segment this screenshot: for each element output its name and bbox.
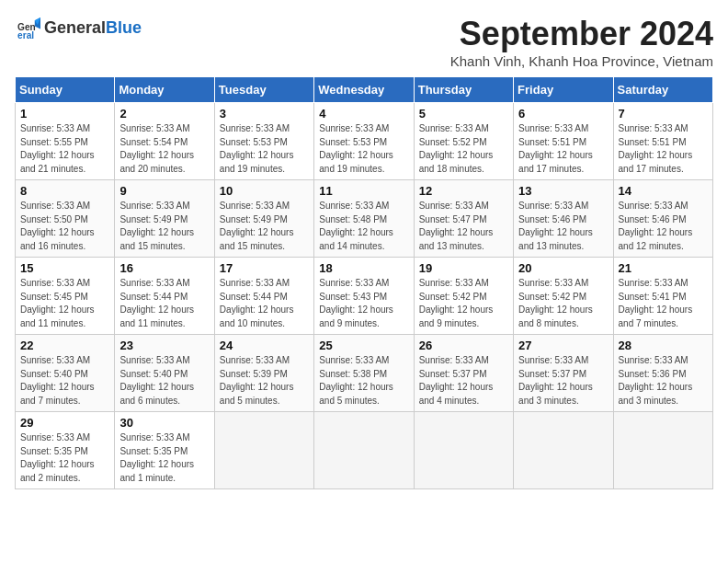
day-info: Sunrise: 5:33 AMSunset: 5:54 PMDaylight:… — [119, 123, 194, 174]
day-info: Sunrise: 5:33 AMSunset: 5:48 PMDaylight:… — [319, 201, 393, 251]
calendar-cell — [314, 412, 414, 489]
day-info: Sunrise: 5:33 AMSunset: 5:47 PMDaylight:… — [419, 201, 494, 251]
calendar-cell: 19 Sunrise: 5:33 AMSunset: 5:42 PMDaylig… — [414, 258, 513, 335]
weekday-header-thursday: Thursday — [414, 77, 513, 103]
day-number: 21 — [619, 261, 708, 275]
weekday-header-wednesday: Wednesday — [314, 77, 414, 103]
day-info: Sunrise: 5:33 AMSunset: 5:38 PMDaylight:… — [319, 355, 393, 406]
day-info: Sunrise: 5:33 AMSunset: 5:40 PMDaylight:… — [119, 355, 194, 406]
logo-blue: Blue — [106, 18, 142, 37]
day-info: Sunrise: 5:33 AMSunset: 5:39 PMDaylight:… — [220, 355, 294, 406]
logo: Gen eral GeneralBlue — [15, 15, 142, 40]
day-number: 26 — [419, 339, 508, 352]
calendar-cell: 4 Sunrise: 5:33 AMSunset: 5:53 PMDayligh… — [314, 103, 414, 180]
calendar-cell: 11 Sunrise: 5:33 AMSunset: 5:48 PMDaylig… — [314, 180, 414, 258]
day-number: 5 — [419, 107, 508, 121]
day-number: 28 — [619, 339, 708, 352]
day-number: 24 — [220, 339, 309, 352]
calendar-cell — [514, 412, 613, 489]
logo-icon: Gen eral — [15, 15, 40, 40]
calendar-cell: 6 Sunrise: 5:33 AMSunset: 5:51 PMDayligh… — [514, 103, 613, 180]
day-info: Sunrise: 5:33 AMSunset: 5:35 PMDaylight:… — [20, 432, 95, 483]
day-number: 4 — [319, 107, 408, 121]
day-number: 23 — [119, 339, 209, 352]
day-number: 18 — [319, 261, 408, 275]
logo-general: General — [44, 18, 106, 37]
day-info: Sunrise: 5:33 AMSunset: 5:45 PMDaylight:… — [20, 278, 95, 328]
day-number: 2 — [119, 107, 209, 121]
calendar-cell: 12 Sunrise: 5:33 AMSunset: 5:47 PMDaylig… — [414, 180, 513, 258]
calendar-cell: 22 Sunrise: 5:33 AMSunset: 5:40 PMDaylig… — [16, 335, 115, 412]
day-number: 17 — [220, 261, 309, 275]
day-info: Sunrise: 5:33 AMSunset: 5:52 PMDaylight:… — [419, 123, 494, 174]
calendar-cell: 5 Sunrise: 5:33 AMSunset: 5:52 PMDayligh… — [414, 103, 513, 180]
calendar-cell: 28 Sunrise: 5:33 AMSunset: 5:36 PMDaylig… — [613, 335, 712, 412]
day-info: Sunrise: 5:33 AMSunset: 5:36 PMDaylight:… — [619, 355, 693, 406]
day-number: 1 — [20, 107, 109, 121]
day-info: Sunrise: 5:33 AMSunset: 5:42 PMDaylight:… — [419, 278, 494, 328]
calendar-cell: 3 Sunrise: 5:33 AMSunset: 5:53 PMDayligh… — [214, 103, 313, 180]
day-number: 19 — [419, 261, 508, 275]
calendar-cell: 14 Sunrise: 5:33 AMSunset: 5:46 PMDaylig… — [613, 180, 712, 258]
calendar-cell: 13 Sunrise: 5:33 AMSunset: 5:46 PMDaylig… — [514, 180, 613, 258]
svg-text:eral: eral — [17, 30, 34, 40]
day-number: 3 — [220, 107, 309, 121]
day-info: Sunrise: 5:33 AMSunset: 5:43 PMDaylight:… — [319, 278, 393, 328]
calendar-cell: 17 Sunrise: 5:33 AMSunset: 5:44 PMDaylig… — [214, 258, 313, 335]
weekday-header-sunday: Sunday — [16, 77, 115, 103]
calendar-cell: 26 Sunrise: 5:33 AMSunset: 5:37 PMDaylig… — [414, 335, 513, 412]
day-info: Sunrise: 5:33 AMSunset: 5:49 PMDaylight:… — [220, 201, 294, 251]
day-number: 13 — [518, 184, 608, 198]
calendar-cell: 29 Sunrise: 5:33 AMSunset: 5:35 PMDaylig… — [16, 412, 115, 489]
day-number: 30 — [119, 416, 209, 430]
calendar-cell — [214, 412, 313, 489]
day-info: Sunrise: 5:33 AMSunset: 5:46 PMDaylight:… — [518, 201, 593, 251]
day-info: Sunrise: 5:33 AMSunset: 5:53 PMDaylight:… — [220, 123, 294, 174]
calendar-cell: 27 Sunrise: 5:33 AMSunset: 5:37 PMDaylig… — [514, 335, 613, 412]
day-info: Sunrise: 5:33 AMSunset: 5:35 PMDaylight:… — [119, 432, 194, 483]
day-number: 27 — [518, 339, 608, 352]
day-number: 16 — [119, 261, 209, 275]
title-block: September 2024 Khanh Vinh, Khanh Hoa Pro… — [450, 15, 713, 69]
weekday-header-saturday: Saturday — [613, 77, 712, 103]
day-info: Sunrise: 5:33 AMSunset: 5:40 PMDaylight:… — [20, 355, 95, 406]
calendar-cell: 23 Sunrise: 5:33 AMSunset: 5:40 PMDaylig… — [115, 335, 214, 412]
calendar-cell — [414, 412, 513, 489]
day-info: Sunrise: 5:33 AMSunset: 5:37 PMDaylight:… — [518, 355, 593, 406]
calendar-cell: 20 Sunrise: 5:33 AMSunset: 5:42 PMDaylig… — [514, 258, 613, 335]
day-number: 25 — [319, 339, 408, 352]
day-info: Sunrise: 5:33 AMSunset: 5:46 PMDaylight:… — [619, 201, 693, 251]
day-number: 12 — [419, 184, 508, 198]
day-info: Sunrise: 5:33 AMSunset: 5:51 PMDaylight:… — [518, 123, 593, 174]
day-number: 29 — [20, 416, 109, 430]
day-number: 22 — [20, 339, 109, 352]
day-info: Sunrise: 5:33 AMSunset: 5:50 PMDaylight:… — [20, 201, 95, 251]
day-info: Sunrise: 5:33 AMSunset: 5:49 PMDaylight:… — [119, 201, 194, 251]
calendar-cell: 24 Sunrise: 5:33 AMSunset: 5:39 PMDaylig… — [214, 335, 313, 412]
day-number: 15 — [20, 261, 109, 275]
calendar-cell: 8 Sunrise: 5:33 AMSunset: 5:50 PMDayligh… — [16, 180, 115, 258]
day-number: 20 — [518, 261, 608, 275]
day-number: 9 — [119, 184, 209, 198]
calendar-table: SundayMondayTuesdayWednesdayThursdayFrid… — [15, 76, 713, 489]
calendar-subtitle: Khanh Vinh, Khanh Hoa Province, Vietnam — [450, 53, 713, 69]
calendar-cell: 30 Sunrise: 5:33 AMSunset: 5:35 PMDaylig… — [115, 412, 214, 489]
day-number: 8 — [20, 184, 109, 198]
day-info: Sunrise: 5:33 AMSunset: 5:37 PMDaylight:… — [419, 355, 494, 406]
calendar-cell: 15 Sunrise: 5:33 AMSunset: 5:45 PMDaylig… — [16, 258, 115, 335]
day-info: Sunrise: 5:33 AMSunset: 5:41 PMDaylight:… — [619, 278, 693, 328]
day-number: 6 — [518, 107, 608, 121]
day-info: Sunrise: 5:33 AMSunset: 5:44 PMDaylight:… — [220, 278, 294, 328]
day-info: Sunrise: 5:33 AMSunset: 5:42 PMDaylight:… — [518, 278, 593, 328]
calendar-cell: 18 Sunrise: 5:33 AMSunset: 5:43 PMDaylig… — [314, 258, 414, 335]
day-info: Sunrise: 5:33 AMSunset: 5:51 PMDaylight:… — [619, 123, 693, 174]
day-number: 14 — [619, 184, 708, 198]
day-info: Sunrise: 5:33 AMSunset: 5:44 PMDaylight:… — [119, 278, 194, 328]
calendar-title: September 2024 — [450, 15, 713, 53]
day-info: Sunrise: 5:33 AMSunset: 5:55 PMDaylight:… — [20, 123, 95, 174]
calendar-cell — [613, 412, 712, 489]
calendar-cell: 1 Sunrise: 5:33 AMSunset: 5:55 PMDayligh… — [16, 103, 115, 180]
day-number: 11 — [319, 184, 408, 198]
calendar-cell: 2 Sunrise: 5:33 AMSunset: 5:54 PMDayligh… — [115, 103, 214, 180]
day-number: 7 — [619, 107, 708, 121]
